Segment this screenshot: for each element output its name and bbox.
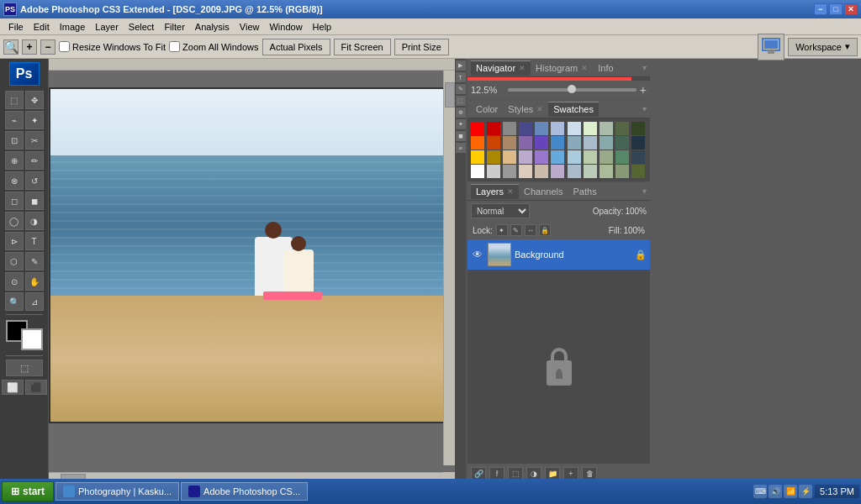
swatch-20[interactable] <box>615 136 629 150</box>
navigator-panel-collapse[interactable]: ▾ <box>642 63 647 72</box>
menu-item-file[interactable]: File <box>3 18 29 34</box>
swatch-2[interactable] <box>503 122 516 135</box>
navigator-tab-close[interactable]: ✕ <box>519 64 526 72</box>
magic-wand-tool[interactable]: ✦ <box>25 111 44 129</box>
blend-mode-select[interactable]: Normal <box>471 203 530 218</box>
close-button[interactable]: ✕ <box>844 3 858 15</box>
crop-tool[interactable]: ⊡ <box>5 131 24 150</box>
layers-panel-collapse[interactable]: ▾ <box>642 186 647 196</box>
panel-icon-1[interactable]: ▶ <box>456 60 466 71</box>
zoom-all-checkbox[interactable] <box>169 41 180 52</box>
menu-item-window[interactable]: Window <box>264 18 307 34</box>
menu-item-help[interactable]: Help <box>308 18 337 34</box>
swatch-41[interactable] <box>600 165 613 178</box>
lock-image-button[interactable]: ✎ <box>510 224 522 236</box>
swatch-3[interactable] <box>519 122 532 135</box>
menu-item-image[interactable]: Image <box>55 18 91 34</box>
swatch-27[interactable] <box>551 150 564 164</box>
swatch-18[interactable] <box>584 136 597 150</box>
swatch-7[interactable] <box>584 122 597 135</box>
tab-paths[interactable]: Paths <box>568 184 602 199</box>
styles-tab-close[interactable]: ✕ <box>536 105 543 113</box>
tab-color[interactable]: Color <box>471 102 503 117</box>
history-brush-tool[interactable]: ↺ <box>25 171 44 190</box>
gradient-tool[interactable]: ◼ <box>25 192 44 210</box>
swatch-9[interactable] <box>615 122 629 135</box>
slice-tool[interactable]: ✂ <box>25 131 44 150</box>
tab-layers[interactable]: Layers ✕ <box>471 184 519 199</box>
canvas-vertical-scrollbar[interactable] <box>443 71 455 465</box>
swatch-15[interactable] <box>535 136 548 150</box>
panel-icon-3[interactable]: ✎ <box>456 84 466 94</box>
swatch-40[interactable] <box>584 165 597 178</box>
swatch-39[interactable] <box>568 165 581 178</box>
panel-icon-8[interactable]: ≡ <box>456 143 466 153</box>
swatch-22[interactable] <box>471 150 484 164</box>
eraser-tool[interactable]: ◻ <box>5 192 24 210</box>
hand-tool[interactable]: ✋ <box>25 272 44 291</box>
swatch-1[interactable] <box>487 122 500 135</box>
zoom-in-icon[interactable]: + <box>640 83 647 97</box>
swatch-36[interactable] <box>519 165 532 178</box>
zoom-tool-button[interactable]: 🔍 <box>3 39 18 55</box>
swatch-29[interactable] <box>584 150 597 164</box>
swatch-17[interactable] <box>568 136 581 150</box>
layers-tab-close[interactable]: ✕ <box>507 187 514 196</box>
swatch-14[interactable] <box>519 136 532 150</box>
swatch-5[interactable] <box>551 122 564 135</box>
swatch-25[interactable] <box>519 150 532 164</box>
brush-tool[interactable]: ✏ <box>25 151 44 170</box>
swatch-4[interactable] <box>535 122 548 135</box>
swatch-33[interactable] <box>471 165 484 178</box>
restore-button[interactable]: □ <box>829 3 843 15</box>
swatch-37[interactable] <box>535 165 548 178</box>
swatch-11[interactable] <box>471 136 484 150</box>
swatch-21[interactable] <box>631 136 645 150</box>
panel-icon-2[interactable]: T <box>456 72 466 82</box>
tab-channels[interactable]: Channels <box>519 184 568 199</box>
lock-position-button[interactable]: ↔ <box>525 224 536 236</box>
menu-item-analysis[interactable]: Analysis <box>190 18 235 34</box>
measure-tool[interactable]: ⊿ <box>25 292 44 311</box>
swatch-10[interactable] <box>631 122 645 135</box>
tab-info[interactable]: Info <box>593 60 618 76</box>
swatch-24[interactable] <box>503 150 516 164</box>
actual-pixels-button[interactable]: Actual Pixels <box>262 39 330 55</box>
move-tool[interactable]: ✥ <box>25 91 44 109</box>
swatch-19[interactable] <box>600 136 613 150</box>
layer-visibility-toggle[interactable]: 👁 <box>471 248 484 261</box>
selection-tool[interactable]: ⬚ <box>5 91 24 109</box>
v-scrollbar-thumb[interactable] <box>445 82 455 108</box>
swatch-28[interactable] <box>568 150 581 164</box>
print-size-button[interactable]: Print Size <box>394 39 449 55</box>
lock-transparent-button[interactable]: ✦ <box>496 224 508 236</box>
tab-styles[interactable]: Styles ✕ <box>503 102 548 117</box>
panel-icon-7[interactable]: ◼ <box>456 131 466 141</box>
background-layer-row[interactable]: 👁 Background 🔒 <box>467 239 650 270</box>
menu-item-edit[interactable]: Edit <box>29 18 55 34</box>
swatch-13[interactable] <box>503 136 516 150</box>
zoom-slider[interactable] <box>508 88 637 92</box>
blur-tool[interactable]: ◯ <box>5 212 24 230</box>
swatch-23[interactable] <box>487 150 500 164</box>
taskbar-item-photography[interactable]: Photography | Kasku... <box>55 482 179 501</box>
swatch-30[interactable] <box>600 150 613 164</box>
full-screen-button[interactable]: ⬛ <box>25 380 47 395</box>
notes-tool[interactable]: ✎ <box>25 252 44 270</box>
zoom-slider-thumb[interactable] <box>568 85 576 93</box>
taskbar-item-photoshop[interactable]: Adobe Photoshop CS... <box>181 482 308 501</box>
histogram-tab-close[interactable]: ✕ <box>581 64 588 72</box>
fit-screen-button[interactable]: Fit Screen <box>334 39 391 55</box>
tab-histogram[interactable]: Histogram ✕ <box>531 60 593 76</box>
minimize-button[interactable]: − <box>814 3 827 15</box>
menu-item-filter[interactable]: Filter <box>159 18 189 34</box>
resize-windows-checkbox[interactable] <box>59 41 70 52</box>
type-tool[interactable]: T <box>25 232 44 250</box>
lasso-tool[interactable]: ⌁ <box>5 111 24 129</box>
healing-tool[interactable]: ⊕ <box>5 151 24 170</box>
swatches-panel-collapse[interactable]: ▾ <box>642 104 647 113</box>
zoom-plus-button[interactable]: + <box>22 39 37 55</box>
start-button[interactable]: ⊞ start <box>2 481 54 501</box>
swatch-31[interactable] <box>615 150 629 164</box>
swatch-34[interactable] <box>487 165 500 178</box>
